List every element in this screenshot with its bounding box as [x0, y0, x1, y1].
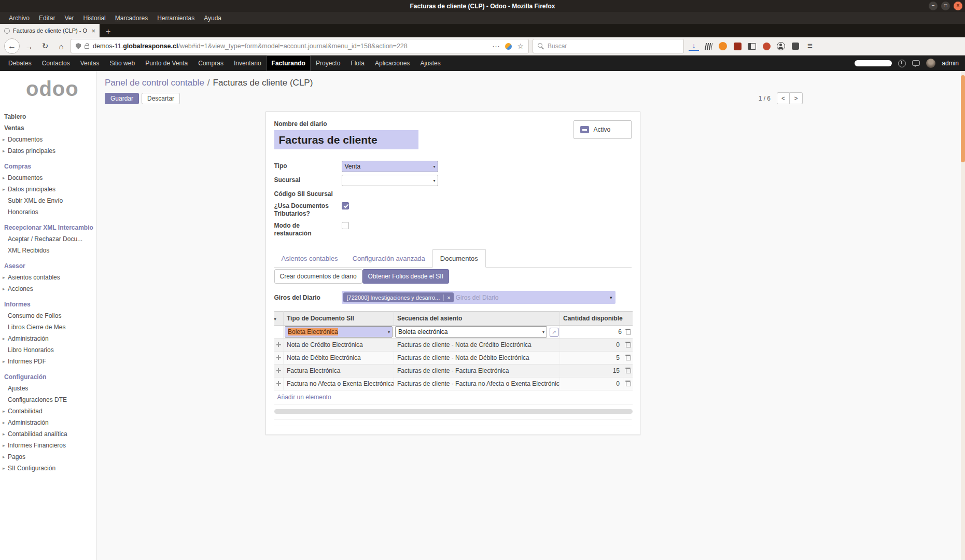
sidebar-item-libro-honorarios[interactable]: Libro Honorarios	[0, 344, 96, 356]
sidebar-item-sii-configuracion[interactable]: ▸SII Configuración	[0, 463, 96, 474]
odoo-logo[interactable]: odoo	[26, 77, 96, 101]
sidebar-item-asientos-contables[interactable]: ▸Asientos contables	[0, 272, 96, 283]
table-row[interactable]: Nota de Débito Electrónica Facturas de c…	[274, 352, 633, 365]
delete-row-icon[interactable]	[625, 380, 631, 386]
add-element-link[interactable]: Añadir un elemento	[277, 394, 331, 401]
tab-documentos[interactable]: Documentos	[432, 249, 486, 268]
appnav-aplicaciones[interactable]: Aplicaciones	[370, 55, 415, 71]
column-header-secuencia[interactable]: Secuencia del asiento	[394, 312, 560, 326]
sidebar-item-documentos[interactable]: ▸Documentos	[0, 134, 96, 145]
menu-ayuda[interactable]: Ayuda	[199, 13, 226, 23]
appnav-ajustes[interactable]: Ajustes	[415, 55, 445, 71]
appnav-facturando[interactable]: Facturando	[267, 55, 311, 71]
sidebar-item-consumo-folios[interactable]: Consumo de Folios	[0, 310, 96, 321]
menu-historial[interactable]: Historial	[78, 13, 110, 23]
user-avatar[interactable]	[926, 59, 935, 68]
home-button[interactable]: ⌂	[54, 39, 68, 53]
sidebar-item-documentos-compras[interactable]: ▸Documentos	[0, 172, 96, 184]
menu-ver[interactable]: Ver	[60, 13, 78, 23]
appnav-debates[interactable]: Debates	[3, 55, 37, 71]
sidebar-item-informes-pdf[interactable]: ▸Informes PDF	[0, 356, 96, 367]
save-button[interactable]: Guardar	[105, 93, 139, 104]
sidebar-item-xml-recibidos[interactable]: XML Recibidos	[0, 245, 96, 256]
menu-editar[interactable]: Editar	[34, 13, 60, 23]
appnav-punto-de-venta[interactable]: Punto de Venta	[140, 55, 193, 71]
sidebar-heading-compras[interactable]: Compras	[0, 161, 96, 172]
sidebar-item-acciones[interactable]: ▸Acciones	[0, 283, 96, 295]
sidebar-item-configuraciones-dte[interactable]: Configuraciones DTE	[0, 394, 96, 405]
active-toggle-button[interactable]: Activo	[574, 120, 632, 139]
appnav-compras[interactable]: Compras	[193, 55, 229, 71]
tab-close-icon[interactable]: ×	[91, 27, 95, 35]
appnav-inventario[interactable]: Inventario	[229, 55, 267, 71]
giros-tag[interactable]: [722000] Investigaciones y desarro... ×	[343, 292, 454, 302]
sidebar-item-ajustes[interactable]: Ajustes	[0, 383, 96, 394]
site-security-lock-icon[interactable]	[85, 45, 89, 49]
sidebar-item-contabilidad-analitica[interactable]: ▸Contabilidad analítica	[0, 428, 96, 440]
extension-orange-icon[interactable]	[718, 40, 728, 52]
menu-marcadores[interactable]: Marcadores	[110, 13, 152, 23]
drag-handle-icon[interactable]	[276, 381, 281, 386]
chevron-down-icon[interactable]: ▾	[610, 295, 612, 300]
pager-next-button[interactable]: >	[790, 92, 803, 104]
account-icon[interactable]	[776, 40, 786, 52]
journal-name-input[interactable]: Facturas de cliente	[274, 130, 418, 149]
appnav-contactos[interactable]: Contactos	[37, 55, 75, 71]
url-bar[interactable]: demos-11.globalresponse.cl/web#id=1&view…	[71, 39, 529, 53]
appnav-proyecto[interactable]: Proyecto	[311, 55, 345, 71]
table-row[interactable]: Nota de Crédito Electrónica Facturas de …	[274, 339, 633, 352]
sidebar-heading-asesor[interactable]: Asesor	[0, 260, 96, 272]
hamburger-menu-icon[interactable]: ≡	[805, 40, 815, 52]
discard-button[interactable]: Descartar	[142, 93, 180, 104]
close-button[interactable]: ×	[954, 2, 962, 10]
column-header-tipo[interactable]: Tipo de Documento SII	[284, 312, 394, 326]
downloads-icon[interactable]: ↓	[689, 41, 699, 51]
new-tab-button[interactable]: +	[100, 26, 117, 37]
sidebar-item-datos-principales-compras[interactable]: ▸Datos principales	[0, 184, 96, 195]
table-row[interactable]: Factura no Afecta o Exenta Electrónica F…	[274, 377, 633, 390]
sucursal-select[interactable]: ▾	[342, 175, 438, 186]
internal-link-icon[interactable]: ↗	[550, 328, 558, 337]
giros-many2many-field[interactable]: [722000] Investigaciones y desarro... × …	[342, 291, 616, 304]
drag-handle-icon[interactable]	[276, 368, 281, 373]
delete-row-icon[interactable]	[625, 341, 631, 347]
delete-row-icon[interactable]	[625, 354, 631, 360]
crear-documentos-button[interactable]: Crear documentos de diario	[274, 269, 362, 284]
extension-shield-icon[interactable]	[732, 40, 743, 52]
forward-button[interactable]: →	[22, 39, 36, 53]
tracking-protection-shield-icon[interactable]	[76, 43, 81, 49]
search-input[interactable]	[548, 43, 679, 50]
horizontal-scrollbar[interactable]	[274, 409, 633, 414]
modo-restauracion-checkbox[interactable]	[342, 222, 349, 229]
bookmark-star-icon[interactable]: ☆	[517, 42, 524, 50]
tab-configuracion-avanzada[interactable]: Configuración avanzada	[345, 250, 432, 267]
activities-clock-icon[interactable]	[898, 60, 906, 67]
sidebar-item-libros-cierre[interactable]: Libros Cierre de Mes	[0, 321, 96, 333]
page-actions-icon[interactable]: ···	[492, 43, 500, 50]
sidebar-item-subir-xml[interactable]: Subir XML de Envío	[0, 195, 96, 206]
usa-documentos-checkbox[interactable]	[342, 202, 349, 209]
drag-handle-icon[interactable]	[276, 355, 281, 360]
appnav-flota[interactable]: Flota	[345, 55, 370, 71]
messages-icon[interactable]	[912, 60, 920, 66]
sort-icon[interactable]: ▾	[274, 317, 276, 321]
sidebar-item-pagos[interactable]: ▸Pagos	[0, 451, 96, 463]
tipo-select[interactable]: Venta▾	[342, 161, 438, 172]
extension-dark-icon[interactable]	[790, 40, 801, 52]
url-text[interactable]: demos-11.globalresponse.cl/web#id=1&view…	[93, 43, 488, 50]
table-row-editing[interactable]: Boleta Electrónica▾ Boleta electrónica▾↗…	[274, 326, 633, 339]
tag-remove-icon[interactable]: ×	[443, 295, 453, 301]
sidebar-heading-configuracion[interactable]: Configuración	[0, 371, 96, 383]
tipo-documento-select[interactable]: Boleta Electrónica▾	[285, 326, 393, 338]
pocket-icon[interactable]	[505, 43, 512, 50]
sidebar-item-informes-financieros[interactable]: ▸Informes Financieros	[0, 440, 96, 451]
sidebar-heading-ventas[interactable]: Ventas	[0, 122, 96, 134]
maximize-button[interactable]: □	[941, 2, 950, 10]
reload-button[interactable]: ↻	[38, 39, 52, 53]
sidebar-item-aceptar-rechazar[interactable]: Aceptar / Rechazar Docu...	[0, 233, 96, 245]
sidebar-item-administracion-2[interactable]: ▸Administración	[0, 417, 96, 428]
minimize-button[interactable]: –	[929, 2, 938, 10]
sidebar-item-contabilidad[interactable]: ▸Contabilidad	[0, 405, 96, 417]
appnav-ventas[interactable]: Ventas	[75, 55, 105, 71]
browser-tab-active[interactable]: Facturas de cliente (CLP) - O ×	[0, 24, 100, 37]
